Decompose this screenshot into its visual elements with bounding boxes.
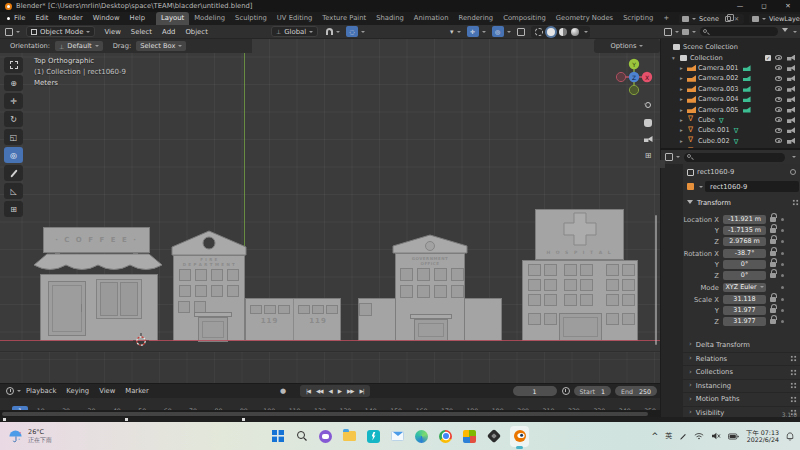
transport-button[interactable]: ◀◀ <box>313 388 325 394</box>
workspace-tab[interactable]: Texture Paint <box>317 12 371 25</box>
disable-render-camera-icon[interactable] <box>787 138 795 144</box>
xray-toggle-icon[interactable] <box>517 28 525 36</box>
timeline-menu-item[interactable]: Keying <box>61 387 94 395</box>
panel-menu-icon[interactable] <box>790 369 797 376</box>
hide-viewport-eye-icon[interactable] <box>775 76 782 81</box>
expand-toggle-icon[interactable] <box>680 65 687 71</box>
transport-button[interactable]: ▶| <box>357 388 367 394</box>
government-office-building[interactable]: GOVERNMENT OFFICE <box>395 253 465 341</box>
lock-icon[interactable] <box>770 217 776 222</box>
cursor-tool[interactable]: ⊕ <box>4 75 23 91</box>
transform-panel-header[interactable]: Transform <box>687 198 799 207</box>
outliner-row[interactable]: Cube.002 ✓ <box>661 136 800 146</box>
collapsed-section[interactable]: › Collections <box>683 365 800 378</box>
animate-decorator-icon[interactable] <box>781 309 784 312</box>
outliner-search-input[interactable] <box>700 27 778 36</box>
hide-viewport-eye-icon[interactable] <box>775 107 782 112</box>
show-gizmo-icon[interactable]: ✛ <box>467 26 479 37</box>
outliner-row[interactable]: Cube.001 ✓ <box>661 125 800 135</box>
disable-render-camera-icon[interactable] <box>787 75 795 81</box>
annotate-tool[interactable] <box>4 165 23 181</box>
panel-menu-icon[interactable] <box>792 199 799 206</box>
workspace-tab[interactable]: UV Editing <box>272 12 317 25</box>
disable-render-camera-icon[interactable] <box>787 117 795 123</box>
workspace-tab[interactable]: Compositing <box>498 12 551 25</box>
timeline-menu-item[interactable]: Marker <box>120 387 154 395</box>
properties-search-input[interactable] <box>684 153 785 162</box>
outliner-row[interactable]: Camera.001 ✓ <box>661 63 800 73</box>
auto-keying-icon[interactable]: ● <box>280 387 286 395</box>
lock-icon[interactable] <box>770 308 776 313</box>
orientation-dropdown[interactable]: ⊥ Default <box>55 41 103 51</box>
animate-decorator-icon[interactable] <box>781 240 784 243</box>
maximize-button[interactable]: ◻ <box>752 0 776 12</box>
options-button[interactable]: Options <box>594 39 660 53</box>
workspace-tab[interactable]: Animation <box>409 12 454 25</box>
minimize-button[interactable]: — <box>728 0 752 12</box>
properties-editor-icon[interactable] <box>665 153 673 161</box>
add-primitive-tool[interactable]: ⊞ <box>4 201 23 217</box>
disable-render-camera-icon[interactable] <box>787 55 795 61</box>
expand-toggle-icon[interactable] <box>680 138 687 144</box>
rotation-value-field[interactable]: 0° <box>723 271 766 280</box>
hospital-lower-block[interactable] <box>522 260 638 341</box>
workspace-tab[interactable]: Scripting <box>618 12 658 25</box>
panel-menu-icon[interactable] <box>790 355 797 362</box>
collapsed-section[interactable]: › Relations <box>683 352 800 365</box>
animate-decorator-icon[interactable] <box>781 263 784 266</box>
lock-icon[interactable] <box>770 228 776 233</box>
fire-station-building[interactable]: F I R E D E P A R T M E N T <box>173 255 245 341</box>
blender-app-button[interactable] <box>510 426 529 447</box>
menu-item[interactable]: Window <box>88 12 125 25</box>
scale-value-field[interactable]: 31.118 <box>723 295 766 304</box>
scene-selector[interactable]: Scene ✕ <box>679 14 744 24</box>
transform-orientation-dropdown[interactable]: ⊥ Global <box>271 26 318 37</box>
hide-viewport-eye-icon[interactable] <box>775 97 782 102</box>
frame-ruler[interactable]: 1102030405060708090100110120130140150160… <box>0 398 660 410</box>
animate-decorator-icon[interactable] <box>781 274 784 277</box>
ortho-grid-icon[interactable]: ⊞ <box>641 151 655 163</box>
lock-icon[interactable] <box>770 239 776 244</box>
pen-icon[interactable] <box>679 432 687 440</box>
timeline-menu-item[interactable]: Playback <box>21 387 61 395</box>
hide-viewport-eye-icon[interactable] <box>775 128 782 133</box>
drag-dropdown[interactable]: Select Box <box>136 41 186 51</box>
panel-menu-icon[interactable] <box>790 382 797 389</box>
wifi-icon[interactable] <box>694 432 704 440</box>
chrome-button[interactable] <box>438 429 453 444</box>
rotation-value-field[interactable]: -38.7° <box>723 249 766 258</box>
disable-render-camera-icon[interactable] <box>787 107 795 113</box>
location-value-field[interactable]: 2.9768 m <box>723 237 766 246</box>
file-explorer-button[interactable] <box>342 429 357 444</box>
snap-magnet-icon[interactable] <box>326 28 333 35</box>
close-button[interactable]: ✕ <box>776 0 800 12</box>
collection-checkbox[interactable]: ✓ <box>765 55 771 61</box>
tray-chevron-icon[interactable]: ^ <box>652 432 659 441</box>
move-tool[interactable]: ✛ <box>4 93 23 109</box>
fire-garage[interactable]: 119 119 <box>245 298 341 341</box>
zoom-icon[interactable] <box>641 101 655 113</box>
store-button[interactable] <box>462 429 477 444</box>
disable-render-camera-icon[interactable] <box>787 86 795 92</box>
lightning-app-button[interactable] <box>366 429 381 444</box>
measure-tool[interactable]: ◺ <box>4 183 23 199</box>
viewport-3d[interactable]: · C O F F E E · F I R E D E P A R T M E … <box>0 39 660 383</box>
animate-decorator-icon[interactable] <box>781 229 784 232</box>
location-value-field[interactable]: -1.7135 m <box>723 226 766 235</box>
expand-toggle-icon[interactable] <box>672 55 679 61</box>
current-frame-field[interactable]: 1 <box>513 386 557 396</box>
expand-toggle-icon[interactable] <box>680 127 687 133</box>
expand-toggle-icon[interactable] <box>680 75 687 81</box>
material-shading-icon[interactable] <box>559 28 567 36</box>
menu-item[interactable]: Render <box>54 12 88 25</box>
outliner-row[interactable]: Camera.004 ✓ <box>661 94 800 104</box>
ime-indicator[interactable]: 英 <box>665 431 672 441</box>
animate-decorator-icon[interactable] <box>781 252 784 255</box>
animate-decorator-icon[interactable] <box>781 298 784 301</box>
start-frame-field[interactable]: Start1 <box>574 386 611 396</box>
rotation-value-field[interactable]: 0° <box>723 260 766 269</box>
rotate-tool[interactable]: ↻ <box>4 111 23 127</box>
panel-menu-icon[interactable] <box>790 396 797 403</box>
show-object-types-icon[interactable]: ▾ <box>450 28 454 36</box>
outliner-row[interactable]: Camera.003 ✓ <box>661 84 800 94</box>
